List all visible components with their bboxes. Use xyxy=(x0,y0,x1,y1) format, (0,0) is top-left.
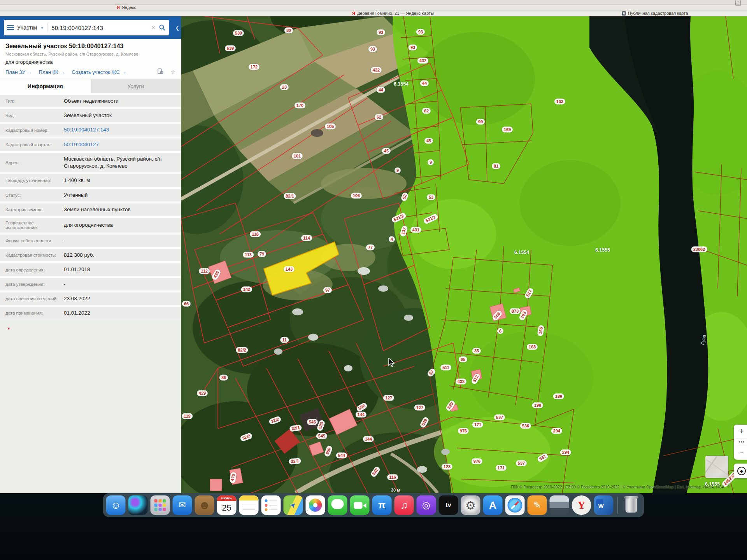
siri-icon[interactable] xyxy=(128,495,148,515)
parcel-label-----[interactable]: Руза xyxy=(700,334,707,345)
parcel-label-81[interactable]: 81 xyxy=(492,163,500,169)
parcel-label-112[interactable]: 112 xyxy=(199,268,210,274)
parcel-label-52[interactable]: 52 xyxy=(400,192,409,202)
downloads-preview-icon[interactable] xyxy=(550,495,569,515)
parcel-label-97[interactable]: 97 xyxy=(323,287,332,293)
home-icon[interactable]: ⌂ xyxy=(727,481,730,487)
parcel-label-137[interactable]: 137 xyxy=(400,225,408,237)
parcel-label-35[interactable]: 35 xyxy=(472,348,481,354)
parcel-label-79[interactable]: 79 xyxy=(258,251,266,257)
parcel-label-544[interactable]: 544 xyxy=(336,453,347,458)
parcel-label-189[interactable]: 189 xyxy=(553,394,564,399)
safari-icon[interactable] xyxy=(505,495,525,515)
parcel-label-190[interactable]: 190 xyxy=(532,402,543,408)
search-category-select[interactable]: Участки xyxy=(17,24,37,31)
create-zhs-link[interactable]: Создать участок ЖС → xyxy=(72,69,126,75)
parcel-label-57[interactable]: 57 xyxy=(426,368,437,378)
tab-yandex-maps[interactable]: Я Деревня Гомнино, 21 — Яндекс Карты xyxy=(352,10,434,16)
parcel-label-106[interactable]: 106 xyxy=(351,193,362,199)
parcel-label-521-2[interactable]: 521/2 xyxy=(391,212,407,223)
parcel-label-103[interactable]: 103 xyxy=(554,99,565,105)
parcel-label-294[interactable]: 294 xyxy=(560,450,571,455)
parcel-label-545[interactable]: 545 xyxy=(316,433,327,439)
parcel-label-23062[interactable]: 23062 xyxy=(691,247,707,252)
mail-icon[interactable]: ✉ xyxy=(173,495,192,515)
tv-icon[interactable]: tv xyxy=(439,495,458,515)
parcel-label-432[interactable]: 432 xyxy=(371,67,382,73)
keynote-icon[interactable]: π xyxy=(372,495,392,515)
messages-icon[interactable] xyxy=(328,495,347,515)
parcel-label-537[interactable]: 537 xyxy=(537,452,549,463)
parcel-label-537[interactable]: 537 xyxy=(494,415,505,420)
parcel-label-44[interactable]: 44 xyxy=(377,87,385,93)
parcel-label-476[interactable]: 476 xyxy=(229,472,237,484)
parcel-label-171[interactable]: 171 xyxy=(496,465,507,471)
parcel-label-873[interactable]: 873 xyxy=(510,308,521,314)
parcel-label-6.1555[interactable]: 6.1555 xyxy=(595,247,610,253)
parcel-label-144[interactable]: 144 xyxy=(363,436,374,442)
parcel-label-170[interactable]: 170 xyxy=(295,103,305,108)
plan-kk-link[interactable]: План КК → xyxy=(39,69,65,75)
plan-zu-link[interactable]: План ЗУ → xyxy=(5,69,32,75)
settings-icon[interactable]: ⚙ xyxy=(461,495,480,515)
appstore-icon[interactable]: A xyxy=(483,495,503,515)
parcel-label-93[interactable]: 93 xyxy=(409,45,417,51)
parcel-label-32-1[interactable]: 32/1 xyxy=(289,424,302,432)
favorite-star-icon[interactable]: ☆ xyxy=(170,69,175,75)
notes-icon[interactable] xyxy=(239,495,259,515)
parcel-label-172[interactable]: 172 xyxy=(249,64,260,70)
contacts-icon[interactable]: ☻ xyxy=(195,495,214,515)
parcel-label-118[interactable]: 118 xyxy=(250,231,261,237)
parcel-label-6.1554[interactable]: 6.1554 xyxy=(514,250,529,255)
parcel-label-142[interactable]: 142 xyxy=(241,287,252,292)
parcel-label-6.1554[interactable]: 6.1554 xyxy=(394,81,409,87)
parcel-label-114[interactable]: 114 xyxy=(301,235,312,241)
parcel-label-32-2[interactable]: 32/2 xyxy=(240,432,253,442)
parcel-label-550[interactable]: 550 xyxy=(324,445,333,457)
parcel-label-539[interactable]: 539 xyxy=(225,46,236,51)
parcel-label-144[interactable]: 144 xyxy=(356,412,366,418)
parcel-label-539[interactable]: 539 xyxy=(233,30,244,36)
parcel-label-429[interactable]: 429 xyxy=(197,390,208,396)
parcel-label-976[interactable]: 976 xyxy=(458,428,469,434)
parcel-label-521-1[interactable]: 521/1 xyxy=(423,213,438,224)
parcel-label-86[interactable]: 86 xyxy=(219,375,228,381)
parcel-label-23[interactable]: 23 xyxy=(280,84,289,90)
parcel-label-537[interactable]: 537 xyxy=(516,460,527,466)
tab-information[interactable]: Информация xyxy=(0,79,91,93)
menu-icon[interactable] xyxy=(7,25,14,30)
parcel-label-4[interactable]: 4 xyxy=(389,236,395,242)
parcel-label-529[interactable]: 529 xyxy=(445,399,456,412)
parcel-label-171[interactable]: 171 xyxy=(472,422,483,428)
parcel-label-169[interactable]: 169 xyxy=(502,127,513,133)
parcel-label-127[interactable]: 127 xyxy=(383,395,394,401)
parcel-label-30[interactable]: 30 xyxy=(284,28,293,33)
parcel-label-976[interactable]: 976 xyxy=(472,458,482,464)
parcel-label-294[interactable]: 294 xyxy=(551,428,562,434)
zoom-more-button[interactable]: ••• xyxy=(736,438,747,446)
parcel-label-99[interactable]: 99 xyxy=(476,119,485,125)
word-icon[interactable]: W xyxy=(594,495,614,515)
parcel-label-101[interactable]: 101 xyxy=(292,153,303,159)
parcel-label-512[interactable]: 512 xyxy=(470,373,481,385)
doc-search-icon[interactable] xyxy=(158,68,163,75)
parcel-label-82-1[interactable]: 82/1 xyxy=(284,193,296,199)
cadastral-map[interactable]: 539305391722317010510182/110693934324462… xyxy=(181,16,747,493)
parcel-label-495[interactable]: 495 xyxy=(211,268,221,281)
collapse-panel-icon[interactable]: ❮ xyxy=(174,21,181,34)
yandex-icon[interactable]: Y xyxy=(572,495,591,515)
parcel-label-6[interactable]: 6 xyxy=(497,328,503,334)
tab-services[interactable]: Услуги xyxy=(91,79,181,93)
parcel-label-433[interactable]: 433 xyxy=(456,379,466,385)
parcel-label-119[interactable]: 119 xyxy=(182,413,193,419)
parcel-label-93[interactable]: 93 xyxy=(377,30,385,35)
parcel-label-511[interactable]: 511 xyxy=(440,365,451,371)
share-icon[interactable] xyxy=(735,0,741,6)
zoom-out-button[interactable]: − xyxy=(734,446,747,460)
tab-pkk[interactable]: R Публичная кадастровая карта xyxy=(622,10,688,16)
photos-icon[interactable] xyxy=(306,495,325,515)
clear-search-icon[interactable]: ✕ xyxy=(151,24,156,31)
parcel-label-431[interactable]: 431 xyxy=(410,227,421,233)
parcel-label-143[interactable]: 143 xyxy=(284,266,295,272)
parcel-label-545[interactable]: 545 xyxy=(307,419,318,425)
